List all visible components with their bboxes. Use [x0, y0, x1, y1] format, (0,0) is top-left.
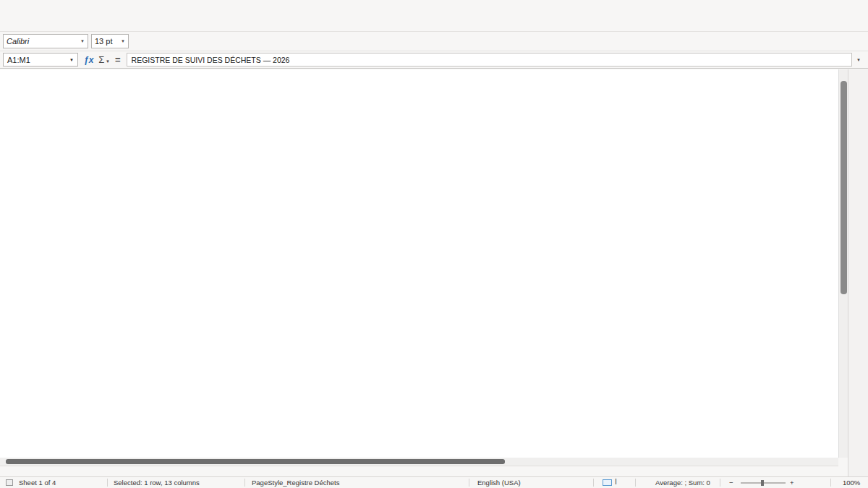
toolbar-standard: [0, 12, 868, 32]
name-box[interactable]: A1:M1 ▼: [3, 53, 78, 67]
insert-mode-cursor-icon: I: [615, 478, 617, 486]
toolbar-formatting: Calibri ▼ 13 pt ▼: [0, 32, 868, 51]
chevron-down-icon[interactable]: ▼: [69, 58, 74, 62]
horizontal-scrollbar-thumb[interactable]: [6, 459, 505, 464]
select-function-icon[interactable]: Σ ▼: [98, 54, 110, 65]
document-modified-icon: [6, 479, 13, 486]
horizontal-scrollbar[interactable]: [0, 458, 838, 466]
chevron-down-icon[interactable]: ▼: [76, 39, 85, 43]
formula-input[interactable]: REGISTRE DE SUIVI DES DÉCHETS — 2026: [127, 53, 852, 67]
formula-bar: A1:M1 ▼ ƒx Σ ▼ = REGISTRE DE SUIVI DES D…: [0, 51, 868, 69]
cell-reference: A1:M1: [7, 56, 30, 64]
formula-icon[interactable]: =: [115, 54, 121, 65]
selection-stats: Average: ; Sum: 0: [655, 479, 710, 487]
zoom-slider-thumb[interactable]: [761, 480, 764, 486]
vertical-scrollbar-thumb[interactable]: [841, 81, 847, 294]
page-style[interactable]: PageStyle_Registre Déchets: [252, 479, 339, 487]
zoom-out-button[interactable]: −: [729, 479, 733, 487]
spreadsheet-grid[interactable]: [0, 69, 838, 458]
sidebar-deck: [848, 69, 868, 476]
font-name-combo[interactable]: Calibri ▼: [3, 34, 88, 48]
font-size-combo[interactable]: 13 pt ▼: [91, 34, 129, 48]
text-language[interactable]: English (USA): [477, 479, 521, 487]
libreoffice-calc-window: Calibri ▼ 13 pt ▼ A1:M1 ▼ ƒx Σ ▼ = REGIS…: [0, 0, 868, 488]
zoom-in-button[interactable]: +: [790, 479, 794, 487]
status-bar: Sheet 1 of 4 Selected: 1 row, 13 columns…: [0, 476, 868, 488]
font-size-value: 13 pt: [95, 37, 112, 46]
selection-info: Selected: 1 row, 13 columns: [114, 479, 200, 487]
selection-mode-icon[interactable]: [603, 479, 612, 486]
vertical-scrollbar[interactable]: [838, 69, 848, 458]
chevron-down-icon[interactable]: ▼: [116, 39, 125, 43]
zoom-percent[interactable]: 100%: [843, 479, 860, 487]
function-wizard-icon[interactable]: ƒx: [84, 55, 93, 65]
expand-formula-bar-icon[interactable]: ▼: [852, 58, 865, 62]
zoom-slider[interactable]: [741, 482, 786, 484]
sheet-count: Sheet 1 of 4: [19, 479, 56, 487]
sheet-tab-bar: [0, 466, 838, 476]
font-name-value: Calibri: [7, 37, 29, 46]
menubar: [0, 0, 868, 12]
